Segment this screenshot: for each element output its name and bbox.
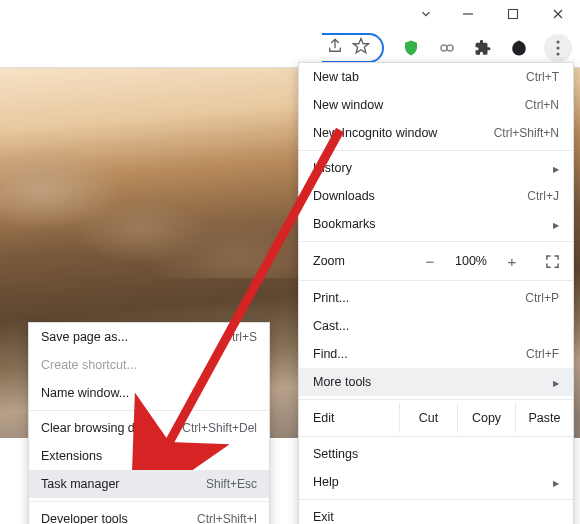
zoom-percent: 100% <box>449 254 493 268</box>
chevron-right-icon <box>553 217 559 231</box>
menu-label: Zoom <box>313 254 411 268</box>
menu-separator <box>299 399 573 400</box>
submenu-clear-data[interactable]: Clear browsing data...Ctrl+Shift+Del <box>29 414 269 442</box>
menu-label: Name window... <box>41 386 129 400</box>
menu-zoom: Zoom − 100% + <box>299 245 573 277</box>
menu-label: Help <box>313 475 339 489</box>
menu-label: Task manager <box>41 477 120 491</box>
edit-cut-button[interactable]: Cut <box>399 403 457 433</box>
menu-label: Exit <box>313 510 334 524</box>
menu-label: More tools <box>313 375 371 389</box>
fullscreen-button[interactable] <box>541 254 563 269</box>
menu-history[interactable]: History <box>299 154 573 182</box>
menu-shortcut: Ctrl+Shift+N <box>494 126 559 140</box>
tab-search-button[interactable] <box>411 7 441 21</box>
menu-separator <box>299 150 573 151</box>
puzzle-extension-icon[interactable] <box>468 33 498 63</box>
link-extension-icon[interactable] <box>432 33 462 63</box>
chevron-right-icon <box>553 161 559 175</box>
menu-label: Create shortcut... <box>41 358 137 372</box>
menu-separator <box>29 501 269 502</box>
menu-new-tab[interactable]: New tabCtrl+T <box>299 63 573 91</box>
menu-label: Bookmarks <box>313 217 376 231</box>
menu-label: New Incognito window <box>313 126 437 140</box>
menu-print[interactable]: Print...Ctrl+P <box>299 284 573 312</box>
svg-rect-1 <box>508 10 517 19</box>
menu-help[interactable]: Help <box>299 468 573 496</box>
menu-shortcut: Shift+Esc <box>206 477 257 491</box>
menu-downloads[interactable]: DownloadsCtrl+J <box>299 182 573 210</box>
submenu-extensions[interactable]: Extensions <box>29 442 269 470</box>
chevron-right-icon <box>553 375 559 389</box>
menu-separator <box>299 499 573 500</box>
menu-more-tools[interactable]: More tools <box>299 368 573 396</box>
menu-label: Downloads <box>313 189 375 203</box>
menu-label: Clear browsing data... <box>41 421 163 435</box>
menu-shortcut: Ctrl+F <box>526 347 559 361</box>
menu-label: Developer tools <box>41 512 128 524</box>
menu-new-incognito[interactable]: New Incognito windowCtrl+Shift+N <box>299 119 573 147</box>
svg-point-8 <box>556 46 559 49</box>
menu-label: New tab <box>313 70 359 84</box>
svg-marker-4 <box>354 38 369 52</box>
menu-label: Save page as... <box>41 330 128 344</box>
submenu-create-shortcut: Create shortcut... <box>29 351 269 379</box>
zoom-in-button[interactable]: + <box>499 253 525 270</box>
menu-settings[interactable]: Settings <box>299 440 573 468</box>
menu-new-window[interactable]: New windowCtrl+N <box>299 91 573 119</box>
dark-extension-icon[interactable] <box>504 33 534 63</box>
svg-point-5 <box>441 45 447 51</box>
close-button[interactable] <box>535 0 580 28</box>
menu-edit: Edit Cut Copy Paste <box>299 403 573 433</box>
menu-label: History <box>313 161 352 175</box>
minimize-button[interactable] <box>445 0 490 28</box>
menu-separator <box>299 280 573 281</box>
extension-row <box>396 33 574 63</box>
menu-label: Edit <box>313 411 399 425</box>
menu-label: Settings <box>313 447 358 461</box>
maximize-button[interactable] <box>490 0 535 28</box>
svg-point-6 <box>447 45 453 51</box>
menu-shortcut: Ctrl+P <box>525 291 559 305</box>
menu-find[interactable]: Find...Ctrl+F <box>299 340 573 368</box>
edit-copy-button[interactable]: Copy <box>457 403 515 433</box>
chevron-right-icon <box>553 475 559 489</box>
menu-separator <box>299 436 573 437</box>
more-tools-submenu: Save page as...Ctrl+S Create shortcut...… <box>28 322 270 524</box>
menu-label: Find... <box>313 347 348 361</box>
menu-shortcut: Ctrl+N <box>525 98 559 112</box>
submenu-save-page[interactable]: Save page as...Ctrl+S <box>29 323 269 351</box>
menu-label: Print... <box>313 291 349 305</box>
share-icon[interactable] <box>326 37 344 59</box>
chrome-main-menu: New tabCtrl+T New windowCtrl+N New Incog… <box>298 62 574 524</box>
menu-shortcut: Ctrl+T <box>526 70 559 84</box>
window-titlebar <box>0 0 580 28</box>
edit-paste-button[interactable]: Paste <box>515 403 573 433</box>
submenu-task-manager[interactable]: Task managerShift+Esc <box>29 470 269 498</box>
menu-exit[interactable]: Exit <box>299 503 573 524</box>
more-menu-button[interactable] <box>544 34 572 62</box>
menu-label: New window <box>313 98 383 112</box>
menu-shortcut: Ctrl+Shift+Del <box>182 421 257 435</box>
svg-point-9 <box>556 52 559 55</box>
menu-label: Extensions <box>41 449 102 463</box>
bookmark-star-icon[interactable] <box>352 37 370 59</box>
menu-separator <box>29 410 269 411</box>
menu-cast[interactable]: Cast... <box>299 312 573 340</box>
menu-separator <box>299 241 573 242</box>
menu-shortcut: Ctrl+Shift+I <box>197 512 257 524</box>
zoom-out-button[interactable]: − <box>417 253 443 270</box>
shield-extension-icon[interactable] <box>396 33 426 63</box>
submenu-developer-tools[interactable]: Developer toolsCtrl+Shift+I <box>29 505 269 524</box>
menu-label: Cast... <box>313 319 349 333</box>
svg-point-7 <box>556 40 559 43</box>
menu-shortcut: Ctrl+S <box>223 330 257 344</box>
menu-bookmarks[interactable]: Bookmarks <box>299 210 573 238</box>
menu-shortcut: Ctrl+J <box>527 189 559 203</box>
omnibox-right[interactable] <box>322 33 384 63</box>
submenu-name-window[interactable]: Name window... <box>29 379 269 407</box>
